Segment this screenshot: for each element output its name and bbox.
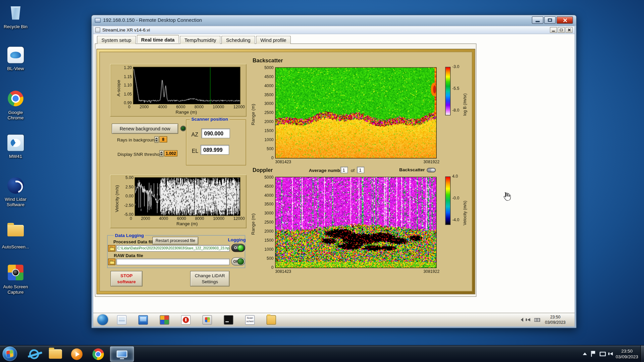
tab-wind-profile[interactable]: Wind profile: [256, 36, 291, 44]
close-button[interactable]: [556, 16, 573, 24]
folder-icon: [7, 225, 24, 236]
taskbar-explorer-button[interactable]: [46, 346, 65, 362]
processed-file-path-field[interactable]: C:\Lidar\Data\Proc\2023\202309\20230903\…: [116, 245, 230, 252]
doppler-colorbar-label: Velocity (m/s): [463, 180, 467, 226]
rays-in-background-label: Rays in background: [117, 137, 157, 142]
taskbar-clock[interactable]: 23:50 03/09/2023: [615, 348, 638, 360]
rdp-icon: [95, 18, 101, 22]
maximize-button[interactable]: [544, 16, 555, 24]
rdp-titlebar[interactable]: 192.168.0.150 - Remote Desktop Connectio…: [92, 15, 576, 25]
desktop-icon-auto-screen-capture[interactable]: Auto Screen Capture: [0, 263, 31, 294]
snr-value[interactable]: 1.002: [164, 150, 177, 156]
el-label: EL: [192, 148, 198, 154]
windows-flag-icon: [6, 350, 13, 358]
snr-threshold-label: Display SNR threshold: [117, 152, 163, 157]
tab-system-setup[interactable]: System setup: [97, 36, 136, 44]
rdp-title: 192.168.0.150 - Remote Desktop Connectio…: [103, 17, 202, 23]
tab-page: Backscatter A-scope 1.201.151.101.050.99…: [95, 44, 477, 297]
taskbar-ie-button[interactable]: [24, 346, 43, 362]
windows-app-icon[interactable]: [203, 315, 212, 324]
media-player-icon: [71, 348, 83, 360]
show-hidden-icons-button[interactable]: [583, 353, 587, 355]
taskbar: 23:50 03/09/2023: [0, 345, 644, 362]
desktop-icon-wind-lidar[interactable]: Wind Lidar Software: [0, 177, 31, 207]
ascope-graph: A-scope 1.201.151.101.050.99 02000400060…: [110, 64, 247, 117]
taskbar-chrome-button[interactable]: [89, 346, 107, 362]
app-titlebar[interactable]: StreamLine XR v14-6.vi: [93, 26, 575, 34]
rdp-window: 192.168.0.150 - Remote Desktop Connectio…: [91, 15, 577, 328]
tab-real-time-data[interactable]: Real time data: [137, 35, 179, 43]
start-button[interactable]: [2, 346, 17, 361]
raw-logging-toggle[interactable]: OFF: [231, 257, 245, 265]
velocity-plot: [135, 177, 240, 216]
desktop-icon-google-chrome[interactable]: Google Chrome: [0, 89, 31, 120]
velocity-graph: Velocity (m/s) 5.002.500.00-2.50-5.00 02…: [110, 175, 247, 228]
average-number-field[interactable]: 1: [340, 167, 348, 173]
doppler-ylabel: Range (m): [251, 201, 256, 247]
desktop-icon-bl-view[interactable]: BL-View: [0, 46, 31, 71]
processed-file-browse-button[interactable]: [108, 245, 115, 252]
terminal-icon[interactable]: [224, 315, 233, 324]
screen-capture-icon[interactable]: [160, 315, 169, 324]
remote-clock[interactable]: 23:50 03/09/2023: [545, 314, 566, 325]
ascope-yticks: 1.201.151.101.050.99: [119, 65, 132, 105]
desktop-icon-autoscreen-folder[interactable]: AutoScreen...: [0, 221, 31, 249]
speaker-icon[interactable]: [527, 318, 530, 321]
viewport: Recycle Bin BL-View Google Chrome MW41 W…: [0, 0, 644, 362]
desktop-icon-mw41[interactable]: MW41: [0, 134, 31, 159]
desktop-icon-recycle-bin[interactable]: Recycle Bin: [0, 3, 31, 29]
background-led: [180, 126, 186, 131]
tab-scheduling[interactable]: Scheduling: [222, 36, 255, 44]
restart-processed-file-button[interactable]: Restart processed file: [152, 237, 198, 245]
average-total-field[interactable]: 1: [357, 167, 364, 173]
snr-stepper[interactable]: [159, 150, 163, 157]
el-field[interactable]: 089.999: [201, 145, 229, 155]
processed-file-path: C:\Lidar\Data\Proc\2023\202309\20230903\…: [117, 246, 230, 250]
keyboard-icon[interactable]: [534, 318, 540, 321]
doppler-map: Range (m) 500045004000350030002500200015…: [250, 173, 471, 277]
stop-software-button[interactable]: STOPsoftware: [110, 271, 143, 287]
app-restore-button[interactable]: [558, 27, 565, 33]
network-icon[interactable]: [600, 352, 606, 356]
app-minimize-button[interactable]: [550, 27, 557, 33]
chevron-left-icon[interactable]: [521, 318, 523, 322]
power-icon[interactable]: [181, 315, 191, 324]
rays-value[interactable]: 8: [159, 136, 167, 142]
colorbar-tick: -4.0: [452, 218, 459, 222]
scan-scheduler-icon[interactable]: Scansched: [245, 315, 255, 324]
folder-icon[interactable]: [267, 315, 276, 324]
change-lidar-settings-button[interactable]: Change LiDARSettings: [190, 271, 230, 287]
action-center-icon[interactable]: [591, 351, 595, 357]
show-desktop-button[interactable]: [640, 346, 644, 362]
colorbar-tick: -8.0: [452, 108, 459, 112]
raw-file-path-field[interactable]: [116, 258, 230, 265]
volume-icon[interactable]: [610, 352, 613, 356]
rays-stepper[interactable]: [154, 136, 158, 143]
backscatter-plot: [275, 67, 436, 159]
backscatter-section-title: Backscatter: [253, 57, 283, 63]
average-number-label: Average number: [309, 168, 344, 173]
display-settings-icon[interactable]: [139, 315, 148, 324]
colorbar-tick: -5.5: [452, 86, 459, 90]
data-logging-title: Data Logging: [114, 233, 145, 238]
minimize-button[interactable]: [532, 16, 543, 24]
backscatter-colorbar: [445, 67, 450, 115]
az-label: AZ: [192, 131, 198, 137]
app-close-button[interactable]: [566, 27, 573, 33]
processed-logging-toggle[interactable]: ON: [231, 244, 245, 252]
backscatter-toggle[interactable]: [427, 168, 436, 172]
remote-start-button[interactable]: [97, 314, 108, 325]
colorbar-tick: -3.0: [452, 64, 459, 69]
raw-file-browse-button[interactable]: [108, 258, 115, 265]
auto-screen-capture-icon: [8, 265, 23, 281]
doppler-section-title: Doppler: [253, 167, 273, 173]
desktop-icon-label: AutoScreen...: [0, 244, 31, 249]
taskbar-media-player-button[interactable]: [67, 346, 86, 362]
renew-background-button[interactable]: Renew background now: [112, 124, 178, 134]
taskbar-rdp-button-active[interactable]: [110, 346, 134, 361]
lidar-panel: Backscatter A-scope 1.201.151.101.050.99…: [97, 49, 475, 294]
tab-temp-humidity[interactable]: Temp/humidity: [180, 36, 221, 44]
az-field[interactable]: 090.000: [201, 128, 230, 138]
notepad-icon[interactable]: [117, 315, 126, 324]
desktop-icon-label: Wind Lidar Software: [0, 197, 31, 207]
